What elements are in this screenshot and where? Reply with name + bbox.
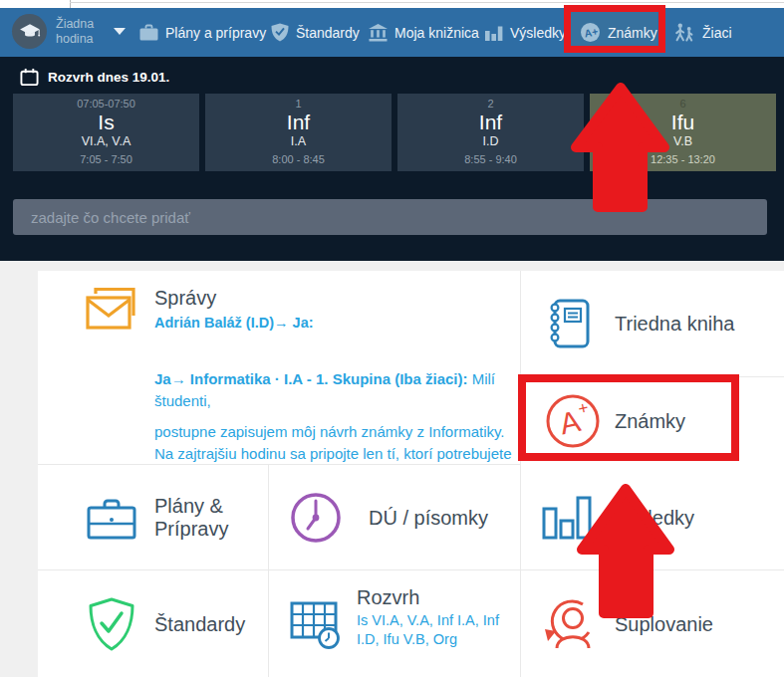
card-title: Plány & Prípravy [154,495,268,541]
lesson-subject: Ifu [590,111,776,134]
substitution-person-icon [543,596,597,652]
lesson-card-1[interactable]: 07:05-07:50 Is VI.A, V.A 7:05 - 7:50 [13,94,199,171]
lesson-time: 8:55 - 9:40 [397,153,584,166]
card-title: Výsledky [615,506,694,529]
bar-chart-icon [541,495,593,541]
card-triedna-kniha[interactable]: Triedna kniha [521,271,784,377]
message-body: postupne zapisujem môj návrh známky z In… [154,423,512,465]
card-standardy[interactable]: Štandardy [38,570,269,677]
browser-edge-strip [0,0,784,8]
edge-hline [70,2,784,3]
lesson-card-4-current[interactable]: 6 Ifu V.B 12:35 - 13:20 [590,94,776,171]
lesson-time: 8:00 - 8:45 [205,153,392,166]
timetable-icon [289,599,343,649]
card-plany-pripravy[interactable]: Plány & Prípravy [38,465,269,570]
message-gap [154,411,515,421]
nav-label: Plány a prípravy [165,25,266,41]
dashboard-dark-panel: Rozvrh dnes 19.01. 07:05-07:50 Is VI.A, … [0,57,784,261]
lesson-subject: Inf [205,111,392,134]
message-head: Ja→ Informatika · I.A - 1. Skupina (Iba … [154,370,468,387]
lesson-time: 12:35 - 13:20 [590,153,776,166]
card-title: Štandardy [154,612,245,635]
svg-text:A+: A+ [583,25,599,39]
lesson-period: 2 [397,94,584,111]
briefcase-icon [86,495,137,541]
class-register-icon [545,297,593,350]
lesson-classes: I.D [397,134,584,149]
nav-label: Žiaci [702,25,732,41]
schedule-title: Rozvrh dnes 19.01. [48,70,169,85]
card-spravy[interactable]: Správy Adrián Baláž (I.D)→ Ja: Ja→ Infor… [38,271,521,465]
lesson-picker-line1: Žiadna [56,17,94,32]
last-message-from[interactable]: Adrián Baláž (I.D)→ Ja: [154,315,314,331]
top-navbar: Žiadna hodina Plány a prípravy Štandardy… [0,8,784,57]
dashboard-tiles: Správy Adrián Baláž (I.D)→ Ja: Ja→ Infor… [38,271,784,677]
shield-check-icon [271,23,289,42]
lesson-card-2[interactable]: 1 Inf I.A 8:00 - 8:45 [205,94,392,171]
nav-label: Výsledky [510,25,566,41]
nav-item-moja-kniznica[interactable]: Moja knižnica [369,8,479,57]
nav-item-znamky[interactable]: A+ Známky [580,8,657,57]
rozvrh-text-block: Rozvrh Is VI.A, V.A, Inf I.A, Inf I.D, I… [357,586,516,649]
bar-chart-icon [485,24,503,41]
card-znamky[interactable]: A + Známky [521,377,784,465]
card-rozvrh[interactable]: Rozvrh Is VI.A, V.A, Inf I.A, Inf I.D, I… [269,570,521,677]
lesson-period: 6 [590,94,776,111]
shield-check-icon [86,596,137,652]
briefcase-icon [139,24,158,41]
grades-a-plus-icon: A + [543,391,603,451]
card-title: Triedna kniha [615,313,734,336]
lesson-time: 7:05 - 7:50 [13,153,199,166]
library-bank-icon [369,24,388,42]
card-title: Známky [615,410,685,433]
nav-item-ziaci[interactable]: Žiaci [673,8,732,57]
lesson-period: 07:05-07:50 [13,94,199,111]
students-walking-icon [673,23,695,42]
card-du-pisomky[interactable]: DÚ / písomky [269,465,521,570]
current-lesson-picker[interactable]: Žiadna hodina [56,17,94,47]
nav-label: Moja knižnica [394,25,479,41]
card-title: Správy [154,287,216,310]
nav-item-plany-a-pripravy[interactable]: Plány a prípravy [139,8,266,57]
schedule-header: Rozvrh dnes 19.01. [20,68,169,87]
app-logo-button[interactable] [12,14,47,49]
lesson-card-3[interactable]: 2 Inf I.D 8:55 - 9:40 [397,94,584,171]
message-preview[interactable]: Ja→ Informatika · I.A - 1. Skupina (Iba … [154,368,515,465]
clock-icon [289,491,343,545]
card-title: DÚ / písomky [369,506,488,529]
card-suplovanie[interactable]: Suplovanie [521,570,784,677]
nav-item-vysledky[interactable]: Výsledky [485,8,566,57]
rozvrh-subjects-link[interactable]: Is VI.A, V.A, Inf I.A, Inf I.D, Ifu V.B,… [357,611,516,649]
card-title: Suplovanie [615,612,713,635]
lesson-picker-line2: hodina [56,32,94,47]
card-title: Rozvrh [357,586,516,609]
messages-icon [83,285,140,333]
calendar-icon [20,68,39,87]
grade-a-plus-icon: A+ [580,22,601,43]
quick-add-input[interactable] [13,199,767,235]
card-vysledky[interactable]: Výsledky [521,465,784,570]
lesson-classes: V.B [590,134,776,149]
lesson-classes: I.A [205,134,392,149]
lesson-classes: VI.A, V.A [13,134,199,149]
nav-label: Známky [608,25,657,41]
lesson-period: 1 [205,94,392,111]
nav-label: Štandardy [296,25,360,41]
nav-item-standardy[interactable]: Štandardy [271,8,360,57]
graduation-cap-icon [18,21,42,43]
lesson-subject: Inf [397,111,584,134]
chevron-down-icon[interactable] [114,28,126,35]
lesson-subject: Is [13,111,199,134]
